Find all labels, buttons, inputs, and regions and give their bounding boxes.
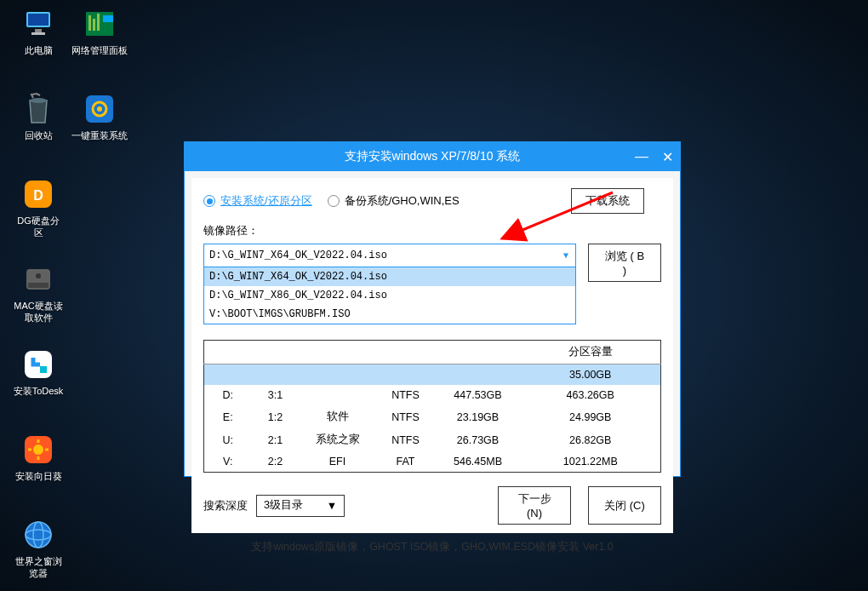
svg-rect-9	[28, 283, 49, 288]
next-button[interactable]: 下一步 (N)	[498, 486, 571, 525]
svg-rect-3	[31, 32, 45, 35]
svg-text:D: D	[33, 188, 43, 203]
browse-button[interactable]: 浏览 ( B )	[588, 244, 661, 282]
close-dialog-button[interactable]: 关闭 (C)	[588, 486, 661, 525]
table-row[interactable]: V: 2:2 EFI FAT 546.45MB 1021.22MB	[204, 451, 661, 473]
combo-wrapper: D:\G_WIN7_X64_OK_V2022.04.iso ▼ D:\G_WIN…	[203, 244, 576, 267]
table-row[interactable]: 35.00GB	[204, 364, 661, 386]
svg-rect-11	[40, 366, 47, 373]
svg-point-8	[36, 273, 41, 278]
globe-icon	[21, 518, 55, 552]
minimize-button[interactable]: —	[634, 149, 649, 164]
svg-rect-2	[35, 29, 42, 32]
monitor-icon	[21, 7, 55, 41]
table-row[interactable]: D: 3:1 NTFS 447.53GB 463.26GB	[204, 385, 661, 405]
desktop-icon-dg[interactable]: D DG硬盘分区	[13, 177, 64, 238]
bottom-row: 搜索深度 3级目录 ▼ 下一步 (N) 关闭 (C)	[203, 486, 661, 525]
table-row[interactable]: E: 1:2 软件 NTFS 23.19GB 24.99GB	[204, 405, 661, 428]
trash-icon	[21, 92, 55, 126]
desktop-icon-browser[interactable]: 世界之窗浏览器	[13, 518, 64, 579]
depth-label: 搜索深度	[203, 498, 248, 514]
sunflower-icon	[21, 433, 55, 467]
dropdown-option[interactable]: V:\BOOT\IMGS\GRUBFM.ISO	[204, 305, 575, 324]
disk-icon	[21, 262, 55, 296]
radio-dot-icon	[328, 195, 340, 207]
col-partition-size: 分区容量	[521, 341, 661, 364]
svg-point-4	[30, 98, 47, 103]
chevron-down-icon: ▼	[563, 251, 568, 261]
desktop-icon-netpanel[interactable]: 网络管理面板	[71, 7, 128, 56]
path-label: 镜像路径：	[203, 224, 661, 238]
install-dialog: 支持安装windows XP/7/8/10 系统 — ✕ 安装系统/还原分区 备…	[184, 141, 681, 477]
window-title: 支持安装windows XP/7/8/10 系统	[345, 149, 521, 164]
svg-rect-1	[28, 14, 49, 26]
mode-radio-row: 安装系统/还原分区 备份系统/GHO,WIN,ES 下载系统	[203, 188, 661, 214]
svg-point-13	[33, 445, 43, 455]
desktop-icon-reinstall[interactable]: 一键重装系统	[71, 92, 128, 141]
svg-point-29	[97, 106, 102, 112]
netpanel-icon	[83, 7, 117, 41]
close-button[interactable]: ✕	[660, 149, 675, 165]
dropdown-option[interactable]: D:\G_WIN7_X86_OK_V2022.04.iso	[204, 286, 575, 305]
svg-rect-26	[103, 15, 113, 22]
dg-icon: D	[21, 177, 55, 211]
dropdown-option[interactable]: D:\G_WIN7_X64_OK_V2022.04.iso	[204, 267, 575, 286]
image-path-dropdown: D:\G_WIN7_X64_OK_V2022.04.iso D:\G_WIN7_…	[203, 267, 576, 324]
desktop-icon-mac[interactable]: MAC硬盘读取软件	[13, 262, 64, 324]
desktop-icon-thispc[interactable]: 此电脑	[13, 7, 64, 56]
gear-icon	[83, 92, 117, 126]
image-path-combo[interactable]: D:\G_WIN7_X64_OK_V2022.04.iso ▼	[203, 244, 576, 267]
dialog-body: 安装系统/还原分区 备份系统/GHO,WIN,ES 下载系统 镜像路径： D:\…	[191, 178, 673, 533]
svg-rect-25	[97, 14, 100, 31]
svg-rect-23	[89, 15, 91, 31]
table-row[interactable]: U: 2:1 系统之家 NTFS 26.73GB 26.82GB	[204, 428, 661, 451]
svg-rect-24	[93, 19, 95, 31]
titlebar[interactable]: 支持安装windows XP/7/8/10 系统 — ✕	[185, 142, 680, 171]
radio-dot-icon	[203, 195, 215, 207]
chevron-down-icon: ▼	[327, 500, 337, 512]
download-system-button[interactable]: 下载系统	[571, 188, 644, 214]
path-row: D:\G_WIN7_X64_OK_V2022.04.iso ▼ D:\G_WIN…	[203, 244, 661, 282]
radio-backup[interactable]: 备份系统/GHO,WIN,ES	[328, 193, 460, 209]
titlebar-controls: — ✕	[634, 142, 675, 171]
desktop-icon-sunflower[interactable]: 安装向日葵	[13, 433, 64, 482]
todesk-icon	[21, 347, 55, 382]
desktop-icon-recycle[interactable]: 回收站	[13, 92, 64, 141]
search-depth-select[interactable]: 3级目录 ▼	[256, 495, 345, 517]
desktop-icon-todesk[interactable]: 安装ToDesk	[13, 347, 64, 397]
footer-text: 支持windows原版镜像，GHOST ISO镜像，GHO,WIM,ESD镜像安…	[185, 533, 680, 559]
radio-install-restore[interactable]: 安装系统/还原分区	[203, 193, 312, 209]
partition-table: 分区容量 35.00GB D: 3:1 NTFS 447.53GB 463.26…	[203, 340, 661, 473]
